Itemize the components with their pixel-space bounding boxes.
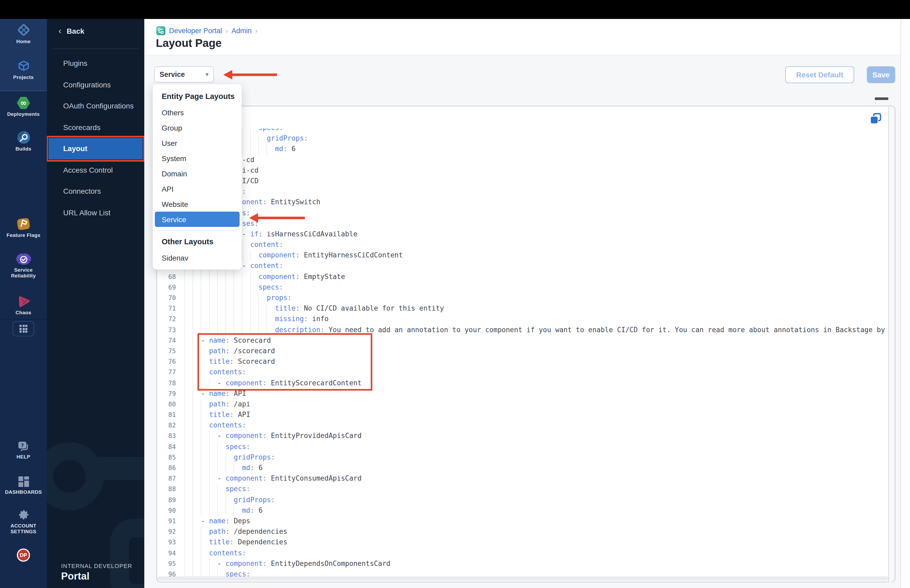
sidebar-item-access-control[interactable]: Access Control	[47, 159, 144, 181]
code-line-82: 82 contents:	[157, 420, 889, 431]
line-number: 80	[157, 399, 180, 410]
code-line-54: 54 specs:	[157, 128, 889, 133]
line-number: 89	[157, 494, 180, 505]
rail-item-label: Home	[1, 39, 45, 44]
sidebar-item-url-allow-list[interactable]: URL Allow List	[47, 202, 144, 223]
line-number: 96	[157, 569, 180, 577]
user-avatar[interactable]: DP	[17, 549, 30, 562]
breadcrumb-developer-portal[interactable]: Developer Portal	[169, 27, 222, 35]
module-rail: Home Projects ∞ Deployments	[0, 0, 47, 588]
line-number: 92	[157, 527, 180, 537]
code-text: gridProps:	[180, 494, 275, 505]
rail-item-help[interactable]: ? HELP	[0, 441, 47, 460]
code-text: missing: info	[180, 314, 329, 325]
sidebar-divider	[52, 48, 139, 49]
code-text: specs:	[180, 282, 283, 293]
code-line-92: 92 path: /dependencies	[157, 527, 889, 537]
page-header: Developer Portal › Admin › Layout Page	[144, 19, 900, 55]
menu-item-domain[interactable]: Domain	[153, 166, 242, 181]
sidebar-item-oauth-configurations[interactable]: OAuth Configurations	[47, 95, 144, 116]
menu-item-service[interactable]: Service	[155, 212, 239, 227]
code-text: path: /dependencies	[180, 527, 287, 537]
code-text: - component: EntityDependsOnComponentsCa…	[180, 558, 391, 569]
code-text: title: Dependencies	[180, 537, 287, 548]
rail-item-service-reliability[interactable]: Service Reliability	[0, 253, 47, 278]
code-text: md: 6	[180, 506, 262, 516]
code-line-83: 83 - component: EntityProvidedApisCard	[157, 431, 889, 441]
rail-item-label: ACCOUNT SETTINGS	[1, 523, 45, 534]
code-line-94: 94 contents:	[157, 548, 889, 558]
code-text: specs:	[180, 441, 251, 452]
code-line-86: 86 md: 6	[157, 463, 889, 473]
rail-item-projects[interactable]: Projects	[0, 59, 47, 80]
code-line-96: 96 specs:	[157, 569, 889, 577]
line-number: 73	[157, 325, 180, 335]
menu-item-sidenav[interactable]: Sidenav	[153, 250, 242, 265]
reset-default-button[interactable]: Reset Default	[785, 66, 854, 83]
rail-item-home[interactable]: Home	[0, 23, 47, 44]
editor-horizontal-scrollbar[interactable]	[157, 577, 888, 581]
menu-item-api[interactable]: API	[153, 181, 242, 196]
rail-item-label: DASHBOARDS	[1, 489, 45, 495]
code-line-61: 61 - component: EntitySwitch	[157, 197, 889, 208]
page-scrollbar[interactable]	[900, 19, 910, 588]
gear-icon	[17, 509, 30, 521]
menu-item-website[interactable]: Website	[153, 196, 242, 212]
developer-portal-icon	[157, 26, 165, 35]
back-button[interactable]: ‹ Back	[58, 26, 84, 35]
code-line-72: 72 missing: info	[157, 314, 889, 325]
rail-item-feature-flags[interactable]: Feature Flags	[0, 217, 47, 238]
entity-type-dropdown[interactable]: Service ▾	[154, 66, 214, 82]
sidebar-item-plugins[interactable]: Plugins	[47, 53, 144, 74]
code-line-67: 67 - content:	[157, 261, 889, 271]
sidebar-item-scorecards[interactable]: Scorecards	[47, 116, 144, 138]
line-number: 68	[157, 271, 180, 282]
line-number: 75	[157, 346, 180, 356]
code-line-71: 71 title: No CI/CD available for this en…	[157, 303, 889, 314]
rail-item-dashboards[interactable]: DASHBOARDS	[0, 476, 47, 495]
code-line-88: 88 specs:	[157, 484, 889, 494]
rail-item-label: Feature Flags	[1, 232, 45, 238]
code-line-85: 85 gridProps:	[157, 452, 889, 463]
service-reliability-icon	[16, 253, 31, 265]
line-number: 81	[157, 410, 180, 420]
editor-vertical-scrollbar[interactable]	[888, 107, 894, 582]
code-line-56: 56 md: 6	[157, 144, 889, 155]
rail-section-divider	[0, 319, 47, 320]
sidebar-item-configurations[interactable]: Configurations	[47, 74, 144, 95]
line-number: 85	[157, 452, 180, 463]
breadcrumb: Developer Portal › Admin ›	[157, 26, 257, 35]
rail-item-account-settings[interactable]: ACCOUNT SETTINGS	[0, 509, 47, 534]
code-line-65: 65 content:	[157, 239, 889, 250]
menu-item-others[interactable]: Others	[153, 105, 242, 120]
code-line-90: 90 md: 6	[157, 506, 889, 516]
rail-item-deployments[interactable]: ∞ Deployments	[0, 96, 47, 117]
save-button[interactable]: Save	[867, 66, 895, 83]
line-number: 70	[157, 293, 180, 303]
breadcrumb-separator: ›	[255, 27, 257, 34]
builds-icon	[16, 131, 30, 144]
code-line-69: 69 specs:	[157, 282, 889, 293]
line-number: 86	[157, 463, 180, 473]
code-text: component: EmptyState	[180, 271, 345, 282]
code-line-68: 68 component: EmptyState	[157, 271, 889, 282]
menu-item-group[interactable]: Group	[153, 120, 242, 135]
menu-item-system[interactable]: System	[153, 150, 242, 166]
annotation-arrow-dropdown	[223, 69, 277, 81]
sidebar-item-layout[interactable]: Layout	[48, 138, 143, 159]
window-top-strip	[0, 0, 910, 19]
menu-item-user[interactable]: User	[153, 135, 242, 150]
code-text: title: API	[180, 410, 251, 420]
sidebar-item-connectors[interactable]: Connectors	[47, 181, 144, 202]
entity-type-dropdown-value: Service	[160, 71, 185, 78]
line-number: 90	[157, 506, 180, 516]
rail-item-chaos[interactable]: Chaos	[0, 295, 47, 315]
breadcrumb-admin[interactable]: Admin	[231, 27, 252, 35]
rail-divider	[0, 90, 47, 91]
menu-section-header: Other Layouts	[153, 233, 242, 250]
copy-icon[interactable]	[870, 113, 882, 125]
module-grid-button[interactable]	[13, 321, 34, 336]
rail-item-builds[interactable]: Builds	[0, 131, 47, 152]
editor-scrollbar-thumb[interactable]	[875, 97, 888, 100]
back-label: Back	[66, 27, 84, 35]
